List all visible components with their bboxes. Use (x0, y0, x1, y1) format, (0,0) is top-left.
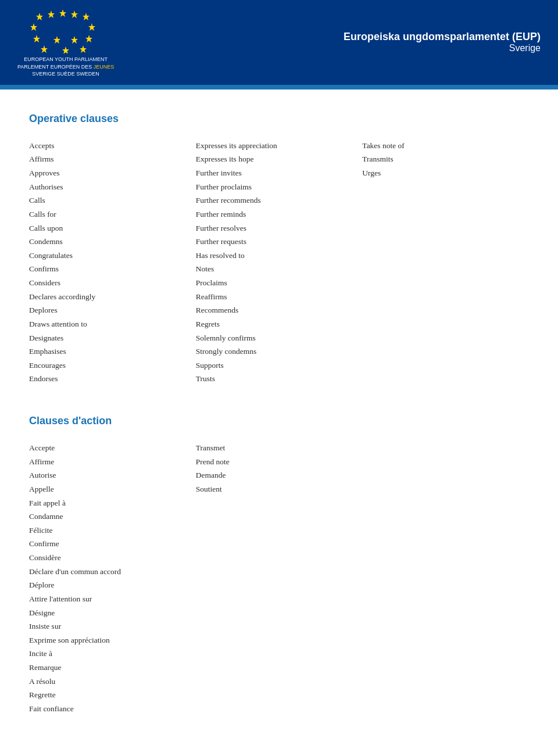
list-item: Calls for (29, 207, 184, 221)
org-region: Sverige (344, 43, 541, 53)
logo-text: EUROPEAN YOUTH PARLIAMENT PARLEMENT EURO… (17, 56, 114, 78)
page-header: EUROPEAN YOUTH PARLIAMENT PARLEMENT EURO… (0, 0, 558, 85)
svg-marker-6 (88, 23, 95, 31)
action-clauses-title: Clauses d'action (29, 415, 529, 427)
operative-clauses-title: Operative clauses (29, 113, 529, 125)
operative-column-2: Expresses its appreciationExpresses its … (196, 139, 363, 386)
svg-marker-8 (53, 36, 60, 44)
svg-marker-11 (41, 45, 48, 53)
list-item: Exprime son appréciation (29, 633, 184, 647)
svg-marker-1 (48, 10, 55, 18)
list-item: Authorises (29, 180, 184, 194)
list-item: Further invites (196, 166, 351, 180)
action-clauses-section: Clauses d'action AccepteAffirmeAutoriseA… (29, 415, 529, 716)
list-item: Further proclaims (196, 180, 351, 194)
list-item: Strongly condemns (196, 345, 351, 359)
list-item: Calls upon (29, 221, 184, 235)
list-item: Further resolves (196, 221, 351, 235)
list-item: Proclaims (196, 276, 351, 290)
list-item: Accepts (29, 139, 184, 153)
list-item: Accepte (29, 441, 184, 455)
list-item: Attire l'attention sur (29, 592, 184, 606)
list-item: Emphasises (29, 345, 184, 359)
list-item: Further recommends (196, 194, 351, 207)
logo-area: EUROPEAN YOUTH PARLIAMENT PARLEMENT EURO… (17, 7, 114, 78)
list-item: Designates (29, 331, 184, 345)
operative-column-3: Takes note ofTransmitsUrges (362, 139, 529, 386)
svg-marker-2 (59, 9, 66, 17)
list-item: Regrette (29, 688, 184, 702)
list-item: Trusts (196, 372, 351, 386)
list-item: Appelle (29, 482, 184, 496)
list-item: Soutient (196, 482, 351, 496)
list-item: Calls (29, 194, 184, 207)
list-item: Regrets (196, 317, 351, 331)
list-item: Declares accordingly (29, 290, 184, 304)
list-item: Fait confiance (29, 702, 184, 716)
list-item: Approves (29, 166, 184, 180)
list-item: Endorses (29, 372, 184, 386)
svg-marker-12 (62, 46, 69, 53)
accent-bar (0, 85, 558, 89)
list-item: Désigne (29, 606, 184, 620)
list-item: Félicite (29, 524, 184, 538)
list-item: Fait appel à (29, 496, 184, 510)
list-item: Confirme (29, 537, 184, 551)
svg-marker-7 (33, 35, 40, 42)
svg-marker-4 (83, 13, 90, 20)
svg-marker-10 (85, 35, 92, 42)
list-item: Notes (196, 262, 351, 276)
svg-marker-0 (36, 13, 43, 20)
list-item: Affirme (29, 455, 184, 469)
list-item: Considère (29, 551, 184, 565)
svg-marker-5 (30, 23, 37, 31)
list-item: Reaffirms (196, 290, 351, 304)
list-item: A résolu (29, 675, 184, 689)
list-item: Encourages (29, 359, 184, 372)
list-item: Urges (362, 166, 517, 180)
list-item: Incite à (29, 647, 184, 661)
list-item: Insiste sur (29, 619, 184, 633)
list-item: Demande (196, 468, 351, 482)
list-item: Déplore (29, 578, 184, 592)
list-item: Condemns (29, 235, 184, 249)
list-item: Has resolved to (196, 249, 351, 263)
list-item: Déclare d'un commun accord (29, 565, 184, 579)
svg-marker-9 (71, 36, 78, 44)
list-item: Further reminds (196, 207, 351, 221)
list-item: Transmet (196, 441, 351, 455)
list-item: Transmits (362, 152, 517, 166)
operative-clauses-section: Operative clauses AcceptsAffirmsApproves… (29, 113, 529, 386)
list-item: Congratulates (29, 249, 184, 263)
list-item: Considers (29, 276, 184, 290)
list-item: Affirms (29, 152, 184, 166)
action-clauses-grid: AccepteAffirmeAutoriseAppelleFait appel … (29, 441, 529, 716)
action-column-1: AccepteAffirmeAutoriseAppelleFait appel … (29, 441, 196, 716)
list-item: Condamne (29, 510, 184, 524)
action-column-2: TransmetPrend noteDemandeSoutient (196, 441, 363, 716)
svg-marker-3 (71, 10, 78, 18)
list-item: Prend note (196, 455, 351, 469)
action-column-3 (362, 441, 529, 716)
list-item: Draws attention to (29, 317, 184, 331)
list-item: Autorise (29, 468, 184, 482)
org-title: Europeiska ungdomsparlamentet (EUP) Sver… (344, 31, 541, 53)
list-item: Expresses its hope (196, 152, 351, 166)
eu-stars-icon (28, 7, 103, 53)
operative-clauses-grid: AcceptsAffirmsApprovesAuthorisesCallsCal… (29, 139, 529, 386)
list-item: Recommends (196, 303, 351, 317)
org-name: Europeiska ungdomsparlamentet (EUP) (344, 31, 541, 43)
main-content: Operative clauses AcceptsAffirmsApproves… (0, 89, 558, 756)
list-item: Supports (196, 359, 351, 372)
list-item: Further requests (196, 235, 351, 249)
list-item: Confirms (29, 262, 184, 276)
svg-marker-13 (80, 45, 87, 53)
list-item: Remarque (29, 661, 184, 675)
operative-column-1: AcceptsAffirmsApprovesAuthorisesCallsCal… (29, 139, 196, 386)
list-item: Solemnly confirms (196, 331, 351, 345)
list-item: Deplores (29, 303, 184, 317)
list-item: Expresses its appreciation (196, 139, 351, 153)
list-item: Takes note of (362, 139, 517, 153)
